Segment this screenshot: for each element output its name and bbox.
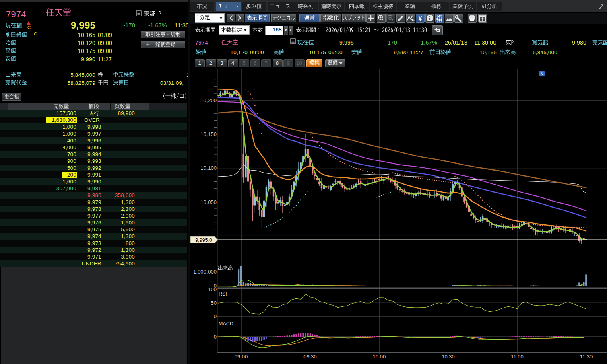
svg-text:¥: ¥: [419, 15, 422, 22]
svg-text:MY: MY: [437, 14, 442, 18]
